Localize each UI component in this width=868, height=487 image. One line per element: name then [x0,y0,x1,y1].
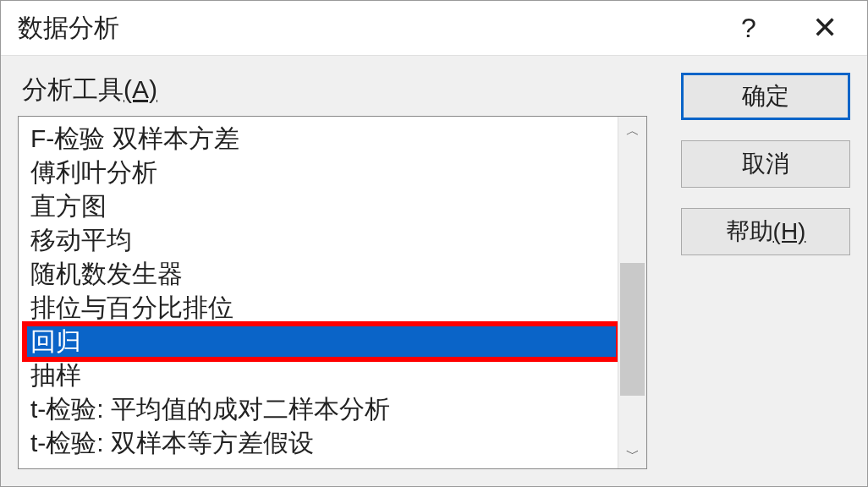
analysis-tools-listbox[interactable]: F-检验 双样本方差傅利叶分析直方图移动平均随机数发生器排位与百分比排位回归抽样… [18,116,647,469]
list-item[interactable]: 回归 [25,325,618,358]
list-item[interactable]: 直方图 [25,189,618,223]
close-icon[interactable]: ✕ [799,10,850,46]
scrollbar[interactable]: ︿ ﹀ [618,117,646,468]
ok-button[interactable]: 确定 [681,73,850,120]
scroll-down-button[interactable]: ﹀ [618,440,646,468]
scroll-thumb[interactable] [620,263,645,396]
scroll-track[interactable] [618,145,646,440]
button-panel: 确定 取消 帮助(H) [681,73,850,469]
dialog-title: 数据分析 [18,11,723,46]
dialog-body: 分析工具(A) F-检验 双样本方差傅利叶分析直方图移动平均随机数发生器排位与百… [1,56,867,486]
left-panel: 分析工具(A) F-检验 双样本方差傅利叶分析直方图移动平均随机数发生器排位与百… [18,73,647,469]
list-item[interactable]: F-检验 双样本方差 [25,122,618,156]
help-button-text: 帮助 [726,216,773,248]
help-button[interactable]: 帮助(H) [681,208,850,255]
list-item[interactable]: 傅利叶分析 [25,156,618,189]
list-item[interactable]: 排位与百分比排位 [25,291,618,325]
data-analysis-dialog: 数据分析 ? ✕ 分析工具(A) F-检验 双样本方差傅利叶分析直方图移动平均随… [0,0,868,487]
titlebar: 数据分析 ? ✕ [1,1,867,56]
label-mnemonic: (A) [124,75,157,103]
list-item[interactable]: 随机数发生器 [25,257,618,291]
cancel-button[interactable]: 取消 [681,140,850,188]
list-item[interactable]: 移动平均 [25,223,618,257]
analysis-tools-label: 分析工具(A) [18,73,647,107]
help-icon[interactable]: ? [723,13,774,44]
label-text: 分析工具 [22,75,124,103]
list-item[interactable]: t-检验: 平均值的成对二样本分析 [25,392,618,426]
list-item[interactable]: t-检验: 双样本等方差假设 [25,426,618,460]
listbox-viewport: F-检验 双样本方差傅利叶分析直方图移动平均随机数发生器排位与百分比排位回归抽样… [19,117,618,468]
help-button-mnemonic: (H) [773,218,806,245]
list-item[interactable]: 抽样 [25,358,618,392]
scroll-up-button[interactable]: ︿ [618,117,646,145]
